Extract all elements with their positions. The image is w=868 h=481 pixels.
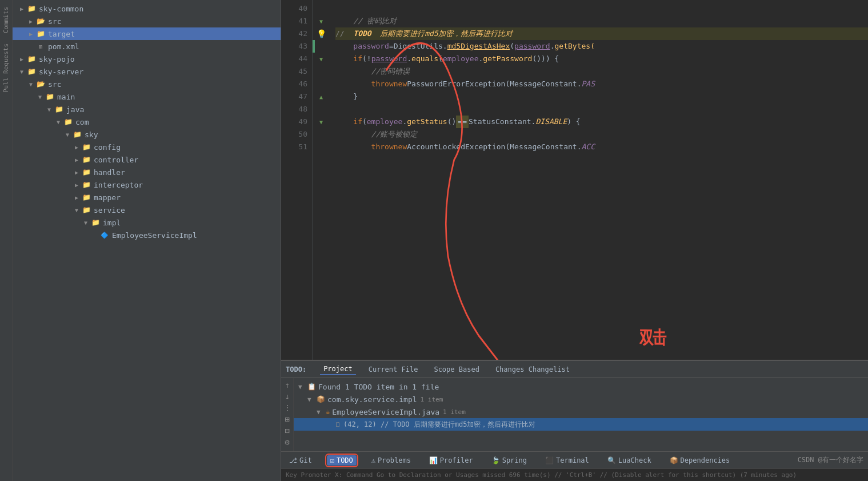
tree-item-com[interactable]: ▼ 📁 com — [13, 116, 281, 128]
todo-tool[interactable]: ☑ TODO — [327, 455, 357, 466]
todo-root-item[interactable]: ▼ 📋 Found 1 TODO item in 1 file — [294, 380, 868, 393]
gutter-line-47: ▲ — [313, 90, 330, 103]
git-up-icon: ▲ — [319, 94, 323, 100]
item-badge: 1 item — [421, 396, 443, 403]
tree-item-employee-service-impl[interactable]: ▶ 🔷 EmployeeServiceImpl — [13, 229, 281, 241]
tree-label: main — [57, 93, 75, 101]
gutter-line-51 — [313, 141, 330, 153]
tree-item-handler[interactable]: ▶ 📁 handler — [13, 166, 281, 178]
var-password3: password — [371, 53, 407, 65]
dot6: . — [402, 116, 407, 128]
equals-operator: == — [456, 116, 469, 128]
tree-label: java — [66, 105, 84, 114]
spring-tool[interactable]: 🍃 Spring — [488, 455, 530, 466]
tree-item-src-common[interactable]: ▶ 📂 src — [13, 15, 281, 27]
dot2: . — [550, 40, 555, 53]
package-icon: 📦 — [317, 395, 325, 403]
paren3: ())) { — [532, 53, 559, 65]
profiler-tool[interactable]: 📊 Profiler — [426, 455, 477, 466]
todo-tool-label: TODO — [337, 456, 353, 464]
line-numbers: 40 41 42 43 44 45 46 47 48 49 50 51 — [281, 0, 313, 360]
todo-package-item[interactable]: ▼ 📦 com.sky.service.impl 1 item — [294, 393, 868, 406]
expand-arrow: ▼ — [26, 81, 35, 88]
tree-item-config[interactable]: ▶ 📁 config — [13, 141, 281, 153]
todo-label: TODO: — [286, 365, 306, 373]
msg-constant2: MessageConstant — [510, 141, 577, 153]
tree-label: sky-pojo — [39, 55, 75, 63]
todo-toolbar: TODO: Project Current File Scope Based C… — [281, 361, 868, 378]
scroll-down-btn[interactable]: ↓ — [282, 392, 293, 401]
tree-item-sky-server[interactable]: ▼ 📁 sky-server — [13, 65, 281, 78]
tree-item-sky-common[interactable]: ▶ 📁 sky-common — [13, 2, 281, 15]
method-getbytes: getBytes( — [555, 40, 595, 53]
tree-item-target[interactable]: ▶ 📁 target — [13, 27, 281, 40]
tree-item-controller[interactable]: ▶ 📁 controller — [13, 153, 281, 166]
tree-item-interceptor[interactable]: ▶ 📁 interceptor — [13, 178, 281, 191]
deps-tool[interactable]: 📦 Dependencies — [666, 455, 734, 466]
dot5: . — [577, 78, 582, 90]
problems-tool[interactable]: ⚠ Problems — [368, 455, 414, 466]
problems-label: Problems — [378, 456, 411, 464]
diff-icon: ▼ — [319, 119, 323, 125]
paren2: ( — [438, 53, 443, 65]
folder-icon: 📁 — [81, 155, 91, 164]
expand-arrow: ▼ — [54, 119, 63, 125]
expand-arrow: ▼ — [72, 207, 81, 213]
var-employee: employee — [443, 53, 479, 65]
tree-item-sky[interactable]: ▼ 📁 sky — [13, 128, 281, 141]
kw-if: if — [335, 53, 362, 65]
kw-throw2: throw — [335, 141, 394, 153]
git-change-icon: ▼ — [319, 18, 323, 25]
code-line-41: // 密码比对 — [335, 15, 868, 27]
panel-left-controls: ↑ ↓ ⋮ ⊞ ⊟ ⚙ ≡ + — [281, 378, 294, 451]
todo-tab-project[interactable]: Project — [320, 364, 356, 375]
pull-requests-tab[interactable]: Pull Requests — [1, 39, 11, 97]
todo-icon: ☑ — [330, 456, 334, 464]
tree-item-main[interactable]: ▼ 📁 main — [13, 90, 281, 103]
folder-icon: 📁 — [26, 67, 37, 76]
code-line-51: throw new AccountLockedException ( Messa… — [335, 141, 868, 153]
code-line-48 — [335, 103, 868, 116]
filter-btn[interactable]: ⋮ — [282, 403, 293, 412]
tree-label: sky-common — [39, 5, 83, 13]
code-line-46: throw new PasswordErrorException ( Messa… — [335, 78, 868, 90]
tree-item-src-server[interactable]: ▼ 📂 src — [13, 78, 281, 90]
tree-item-impl[interactable]: ▼ 📁 impl — [13, 216, 281, 229]
lua-label: LuaCheck — [618, 456, 651, 464]
tree-item-service[interactable]: ▼ 📁 service — [13, 204, 281, 216]
todo-tab-current-file[interactable]: Current File — [365, 364, 422, 375]
tree-item-pom[interactable]: ▶ m pom.xml — [13, 40, 281, 53]
gutter-line-43 — [313, 40, 330, 53]
code-line-49: if ( employee . getStatus () == StatusCo… — [335, 116, 868, 128]
todo-tab-changes[interactable]: Changes Changelist — [492, 364, 573, 375]
commits-tab[interactable]: Commits — [1, 2, 11, 38]
tree-label: sky-server — [39, 67, 83, 76]
todo-item-label: (42, 12) // TODO 后期需要进行md5加密，然后再进行比对 — [343, 420, 536, 430]
gutter-area: ▼ 💡 ▼ ▲ ▼ — [313, 0, 330, 360]
settings-btn[interactable]: ⚙ — [282, 438, 293, 447]
lua-tool[interactable]: 🔍 LuaCheck — [604, 455, 655, 466]
terminal-tool[interactable]: ⬛ Terminal — [542, 455, 593, 466]
expand-arrow: ▶ — [26, 18, 35, 25]
scroll-up-btn[interactable]: ↑ — [282, 380, 293, 389]
tree-item-mapper[interactable]: ▶ 📁 mapper — [13, 191, 281, 204]
todo-file-item[interactable]: ▼ ☕ EmployeeServiceImpl.java 1 item — [294, 406, 868, 418]
code-line-50: //账号被锁定 — [335, 128, 868, 141]
doc-icon: 🗒 — [335, 421, 341, 428]
collapse-all-btn[interactable]: ⊟ — [282, 426, 293, 435]
comment-locked: //账号被锁定 — [335, 128, 417, 141]
gutter-line-45 — [313, 65, 330, 78]
xml-icon: m — [35, 42, 46, 51]
comment-pwd-error: //密码错误 — [335, 65, 410, 78]
tree-item-sky-pojo[interactable]: ▶ 📁 sky-pojo — [13, 53, 281, 65]
paren: ( — [510, 40, 514, 53]
folder-icon: 📁 — [26, 4, 37, 13]
terminal-label: Terminal — [556, 456, 589, 464]
todo-item[interactable]: 🗒 (42, 12) // TODO 后期需要进行md5加密，然后再进行比对 — [294, 418, 868, 431]
bulb-icon[interactable]: 💡 — [317, 29, 326, 38]
paren7: ( — [505, 141, 510, 153]
tree-item-java[interactable]: ▼ 📁 java — [13, 103, 281, 116]
todo-tab-scope[interactable]: Scope Based — [430, 364, 482, 375]
expand-all-btn[interactable]: ⊞ — [282, 415, 293, 424]
git-tool[interactable]: ⎇ Git — [286, 455, 315, 466]
